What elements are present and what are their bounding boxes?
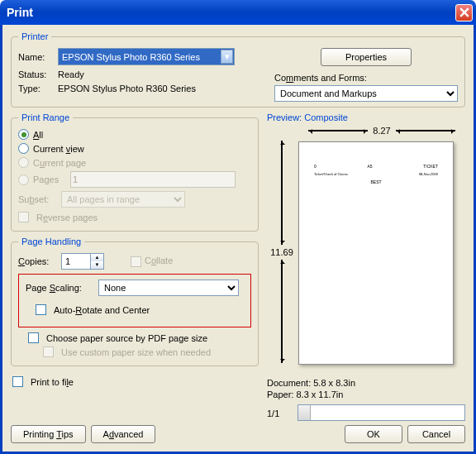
printing-tips-button[interactable]: Printing Tips [11,425,86,443]
radio-current-view[interactable]: Current view [18,143,251,154]
checkbox-icon [28,332,39,343]
dialog-body: Printer Name: EPSON Stylus Photo R360 Se… [0,25,476,454]
spin-up-icon[interactable]: ▲ [91,254,103,261]
checkbox-icon [12,376,23,387]
collate-check: Collate [131,256,173,267]
page-preview: 0A5TICKET Ticket/Check of Claims08-Nov-2… [298,141,454,365]
auto-rotate-check[interactable]: Auto-Rotate and Center [36,304,244,315]
checkbox-icon [131,256,141,267]
scaling-select[interactable]: None [98,280,239,296]
reverse-check: Reverse pages [18,212,251,222]
comments-label: Comments and Forms: [274,73,458,83]
custom-paper-check: Use custom paper size when needed [43,346,251,357]
properties-button[interactable]: Properties [321,48,412,66]
subset-select: All pages in range [61,191,185,208]
radio-icon [18,174,29,185]
pages-input [70,171,236,188]
comments-select[interactable]: Document and Markups [274,85,458,102]
window-title: Print [7,6,33,19]
spin-down-icon[interactable]: ▼ [91,261,103,269]
copies-label: Copies: [18,256,56,266]
page-handling-group: Page Handling Copies: ▲▼ Collate Page Sc… [11,237,259,366]
range-legend: Print Range [18,112,73,122]
checkbox-icon [36,304,46,315]
printer-legend: Printer [18,31,51,41]
type-label: Type: [18,84,53,93]
titlebar: Print [0,0,476,25]
close-button[interactable] [455,4,473,22]
print-range-group: Print Range All Current view Current pag… [11,112,259,232]
radio-icon [18,157,29,168]
printer-name-select[interactable]: EPSON Stylus Photo R360 Series ▾ [58,48,235,65]
radio-all[interactable]: All [18,129,251,140]
radio-pages: Pages [18,171,251,188]
doc-size: Document: 5.8 x 8.3in [267,378,465,388]
ok-button[interactable]: OK [345,425,402,443]
checkbox-icon [18,212,29,222]
page-slider[interactable] [298,404,465,421]
choose-source-check[interactable]: Choose paper source by PDF page size [28,332,251,343]
cancel-button[interactable]: Cancel [407,425,465,443]
footer: Printing Tips Advanced OK Cancel [11,425,465,443]
radio-icon [18,143,29,154]
scaling-highlight-box: Page Scaling: None Auto-Rotate and Cente… [18,274,251,327]
advanced-button[interactable]: Advanced [91,425,156,443]
page-number: 1/1 [267,409,279,418]
radio-icon [18,129,29,140]
subset-label: Subset: [18,194,56,204]
checkbox-icon [43,346,54,357]
radio-current-page: Current page [18,157,251,168]
print-to-file-check[interactable]: Print to file [12,376,259,387]
printer-group: Printer Name: EPSON Stylus Photo R360 Se… [11,31,465,108]
chevron-down-icon: ▾ [221,50,233,64]
width-dimension: 8.27 [308,126,455,136]
type-value: EPSON Stylus Photo R360 Series [58,84,196,93]
name-label: Name: [18,52,53,62]
handling-legend: Page Handling [18,237,84,246]
paper-size: Paper: 8.3 x 11.7in [267,389,465,399]
status-label: Status: [18,69,53,79]
copies-spinner[interactable]: ▲▼ [61,253,104,270]
height-dimension: 11.69 [269,141,295,363]
preview-box: 8.27 11.69 0A5TICKET Ticket/Check of Cla… [267,126,465,371]
preview-header: Preview: Composite [267,112,465,122]
status-value: Ready [58,69,84,79]
scaling-label: Page Scaling: [26,283,93,293]
